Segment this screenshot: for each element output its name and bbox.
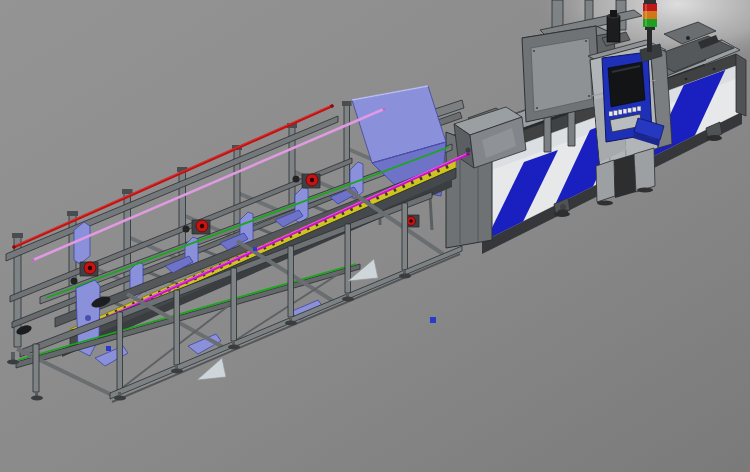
machine-right-end [736, 54, 746, 116]
lamp-green [643, 19, 657, 27]
machine-scene [0, 0, 750, 472]
tower-leg [634, 148, 655, 192]
cad-render-viewport [0, 0, 750, 472]
lamp-red [643, 3, 657, 11]
tower-leg [596, 160, 615, 202]
lamp-orange [643, 11, 657, 19]
